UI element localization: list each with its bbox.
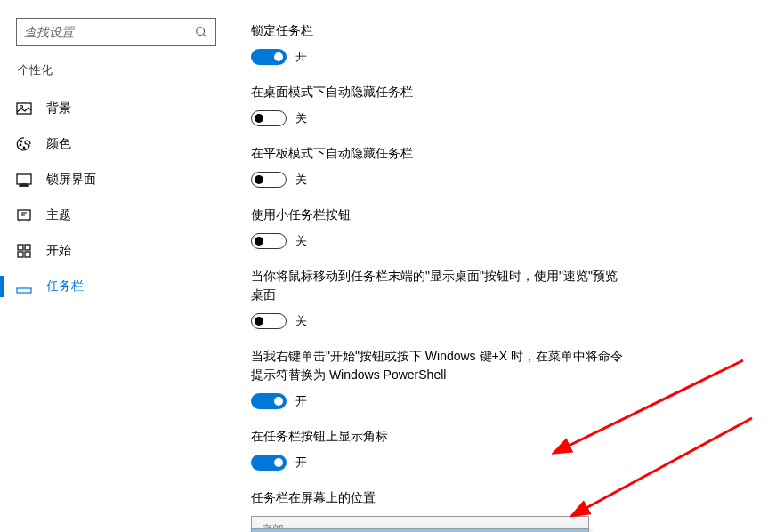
sidebar-item-lockscreen[interactable]: 锁屏界面 (16, 162, 222, 197)
svg-rect-13 (25, 252, 30, 257)
sidebar-item-label: 锁屏界面 (46, 172, 96, 188)
toggle-state-label: 开 (295, 393, 307, 409)
toggle-state-label: 关 (295, 313, 307, 329)
toggle-lock-taskbar[interactable] (251, 49, 287, 65)
sidebar-item-label: 开始 (46, 243, 71, 259)
picture-icon (16, 101, 32, 117)
setting-autohide-tablet: 在平板模式下自动隐藏任务栏 关 (251, 144, 625, 188)
settings-content: 锁定任务栏 开 在桌面模式下自动隐藏任务栏 关 在平板模式下自动隐藏任务栏 关 … (251, 21, 625, 532)
toggle-state-label: 关 (295, 233, 307, 249)
svg-rect-7 (17, 174, 31, 184)
svg-rect-12 (18, 252, 23, 257)
sidebar-item-label: 主题 (46, 207, 71, 223)
svg-point-0 (197, 28, 205, 36)
toggle-state-label: 开 (295, 49, 307, 65)
toggle-state-label: 关 (295, 110, 307, 126)
svg-rect-10 (18, 245, 23, 250)
sidebar-item-start[interactable]: 开始 (16, 233, 222, 269)
sidebar: 个性化 背景 颜色 (0, 0, 222, 304)
toggle-state-label: 关 (295, 172, 307, 188)
setting-autohide-desktop: 在桌面模式下自动隐藏任务栏 关 (251, 83, 625, 126)
sidebar-item-taskbar[interactable]: 任务栏 (16, 269, 222, 304)
setting-small-buttons: 使用小任务栏按钮 关 (251, 206, 625, 249)
sidebar-item-label: 任务栏 (46, 278, 84, 294)
svg-point-3 (20, 106, 23, 109)
toggle-badges[interactable] (251, 455, 287, 471)
setting-taskbar-location: 任务栏在屏幕上的位置 底部 ∨ 始终隐藏标签 任务栏已满时 从不 (251, 488, 625, 532)
svg-point-4 (20, 141, 22, 142)
search-box[interactable] (16, 18, 216, 46)
svg-line-1 (204, 35, 207, 38)
palette-icon (16, 136, 32, 152)
setting-title: 在桌面模式下自动隐藏任务栏 (251, 83, 625, 101)
toggle-autohide-tablet[interactable] (251, 172, 287, 188)
toggle-powershell[interactable] (251, 393, 287, 409)
setting-title: 在任务栏按钮上显示角标 (251, 427, 625, 446)
section-header: 个性化 (16, 62, 222, 78)
svg-point-6 (23, 147, 25, 149)
setting-title: 任务栏在屏幕上的位置 (251, 488, 625, 507)
sidebar-item-background[interactable]: 背景 (16, 91, 222, 126)
sidebar-item-label: 背景 (46, 101, 71, 117)
theme-icon (16, 207, 32, 223)
search-input[interactable] (24, 25, 194, 39)
setting-powershell: 当我右键单击"开始"按钮或按下 Windows 键+X 时，在菜单中将命令提示符… (251, 347, 625, 409)
start-icon (16, 243, 32, 259)
setting-title: 在平板模式下自动隐藏任务栏 (251, 144, 625, 163)
lockscreen-icon (16, 172, 32, 188)
svg-rect-14 (17, 288, 31, 293)
sidebar-item-label: 颜色 (46, 136, 71, 152)
svg-rect-11 (25, 245, 30, 250)
setting-title: 使用小任务栏按钮 (251, 206, 625, 224)
setting-peek: 当你将鼠标移动到任务栏末端的"显示桌面"按钮时，使用"速览"预览桌面 关 (251, 267, 625, 329)
sidebar-item-themes[interactable]: 主题 (16, 197, 222, 233)
search-icon (194, 25, 208, 39)
toggle-state-label: 开 (295, 455, 307, 471)
setting-badges: 在任务栏按钮上显示角标 开 (251, 427, 625, 471)
toggle-small-buttons[interactable] (251, 233, 287, 249)
taskbar-icon (16, 278, 32, 294)
svg-point-5 (20, 144, 21, 146)
setting-title: 当我右键单击"开始"按钮或按下 Windows 键+X 时，在菜单中将命令提示符… (251, 347, 625, 384)
setting-title: 当你将鼠标移动到任务栏末端的"显示桌面"按钮时，使用"速览"预览桌面 (251, 267, 625, 304)
setting-title: 锁定任务栏 (251, 21, 625, 40)
dropdown-list: 始终隐藏标签 任务栏已满时 从不 (251, 528, 589, 532)
setting-lock-taskbar: 锁定任务栏 开 (251, 21, 625, 65)
sidebar-item-colors[interactable]: 颜色 (16, 126, 222, 162)
toggle-peek[interactable] (251, 313, 287, 329)
toggle-autohide-desktop[interactable] (251, 110, 287, 126)
